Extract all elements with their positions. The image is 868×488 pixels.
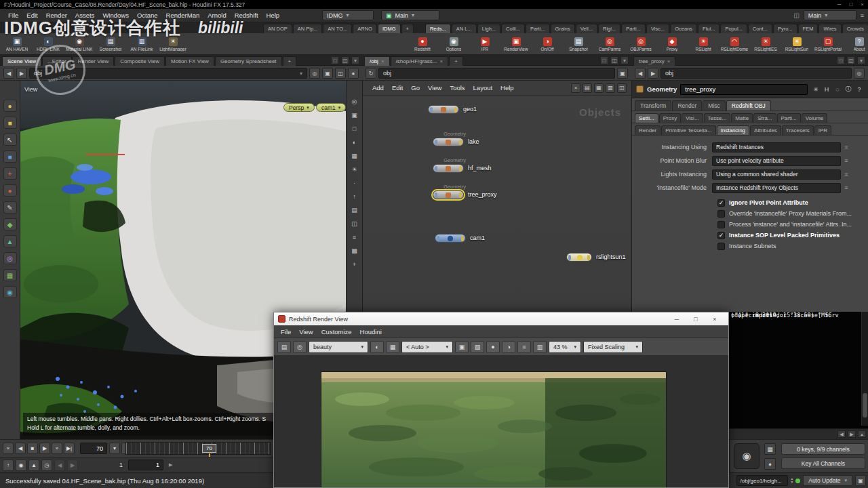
node-flag-right[interactable] bbox=[459, 192, 462, 198]
menubar-options-icon[interactable]: ≡ bbox=[861, 12, 864, 19]
right-desktop-select[interactable]: Main▾ bbox=[804, 10, 856, 20]
shelf-tab[interactable]: Popul... bbox=[720, 24, 747, 33]
pane-tab[interactable]: /obj× bbox=[364, 56, 390, 66]
shelf-tab[interactable]: Ligh... bbox=[477, 24, 500, 33]
scaling-select[interactable]: Fixed Scaling▾ bbox=[583, 341, 643, 353]
range-limit-icon[interactable]: ▲ bbox=[28, 460, 39, 471]
split-ab-button[interactable]: ◑ bbox=[502, 341, 515, 353]
menu-item[interactable]: Houdini bbox=[356, 327, 386, 337]
play-back-button[interactable]: ◀ bbox=[15, 443, 26, 454]
view-menu-label[interactable]: View bbox=[24, 86, 37, 93]
window-close-button[interactable]: × bbox=[861, 1, 864, 7]
param-tab[interactable]: Transform bbox=[635, 100, 671, 110]
node-body[interactable] bbox=[428, 105, 459, 114]
param-subsubtab[interactable]: Primitive Tessella... bbox=[661, 125, 715, 135]
gear-icon[interactable]: ✳ bbox=[811, 85, 821, 94]
pane-maximize-icon[interactable]: □ bbox=[331, 56, 339, 64]
houdini-help-icon[interactable]: H bbox=[822, 85, 831, 94]
grid-icon[interactable]: ◫ bbox=[335, 68, 346, 79]
parameter-dropdown[interactable]: Redshift Instances bbox=[712, 142, 841, 152]
handles-display-icon[interactable]: + bbox=[349, 260, 360, 269]
shelf-tab[interactable]: FEM bbox=[798, 24, 818, 33]
jump-end-button[interactable]: » bbox=[52, 443, 62, 454]
shelf-tab[interactable]: Vell... bbox=[576, 24, 597, 33]
rsrv-close-button[interactable]: × bbox=[705, 316, 724, 323]
node-body[interactable] bbox=[435, 234, 466, 243]
pin-icon[interactable]: ◎ bbox=[854, 68, 865, 79]
menu-item[interactable]: Help bbox=[496, 83, 518, 93]
pin-view-icon[interactable]: ◎ bbox=[349, 97, 360, 106]
shelf-tab[interactable]: Flui... bbox=[698, 24, 719, 33]
shelf-tool-snapshot[interactable]: ▤ Snapshot bbox=[563, 33, 594, 55]
menu-item[interactable]: View bbox=[424, 83, 446, 93]
secure-selection-icon[interactable]: ■ bbox=[3, 150, 17, 163]
redshift-render-view-window[interactable]: Redshift Render View ─ □ × FileViewCusto… bbox=[273, 312, 729, 488]
parameter-dropdown[interactable]: Using a common shared shader bbox=[712, 169, 841, 180]
param-subtab[interactable]: Setti... bbox=[635, 113, 658, 123]
paint-tool-icon[interactable]: ◆ bbox=[3, 218, 17, 230]
param-subtab[interactable]: Parti... bbox=[777, 113, 801, 123]
compare-button[interactable]: ◐ bbox=[370, 341, 384, 353]
pane-tab[interactable]: +× bbox=[449, 56, 463, 66]
param-subsubtab[interactable]: Attributes bbox=[750, 125, 781, 135]
param-tab[interactable]: Redshift OBJ bbox=[726, 100, 771, 110]
scroll-right-icon[interactable]: ▶ bbox=[848, 430, 856, 438]
edit-tool-icon[interactable]: ✎ bbox=[3, 201, 17, 214]
export-range-icon[interactable]: ↑ bbox=[3, 460, 14, 471]
history-back-icon[interactable]: ◀ bbox=[635, 68, 646, 79]
rsrv-canvas[interactable] bbox=[274, 356, 728, 487]
shelf-tab[interactable]: Wires bbox=[818, 24, 841, 33]
persp-view-button[interactable]: Persp▾ bbox=[283, 103, 315, 112]
shelf-tab[interactable]: Grains bbox=[551, 24, 575, 33]
shelf-tab[interactable]: AN DOP bbox=[263, 24, 292, 33]
pane-tab[interactable]: /shop/HF/grass...× bbox=[391, 56, 449, 66]
console-scrollbar[interactable] bbox=[861, 312, 868, 426]
shelf-tool-redshift[interactable]: ● Redshift bbox=[407, 33, 438, 55]
dot-button[interactable]: ● bbox=[486, 341, 500, 353]
shelf-tab[interactable]: AN Pip... bbox=[293, 24, 323, 33]
checkbox[interactable]: ✓ bbox=[717, 232, 725, 239]
node-flag-left[interactable] bbox=[435, 192, 437, 198]
node-tree-proxy[interactable]: Geometry tree_proxy bbox=[433, 190, 534, 201]
save-image-button[interactable]: ▤ bbox=[277, 341, 291, 353]
checkbox[interactable]: ✓ bbox=[717, 199, 725, 207]
shelf-tab[interactable]: Pyro... bbox=[773, 24, 797, 33]
history-back-icon[interactable]: ◀ bbox=[3, 68, 14, 79]
next-key-icon[interactable]: ▶ bbox=[67, 460, 78, 471]
rsrv-titlebar[interactable]: Redshift Render View ─ □ × bbox=[274, 312, 728, 325]
pane-tab[interactable]: Geometry Spreadsheet× bbox=[215, 56, 282, 66]
update-options-icon[interactable]: ▣ bbox=[855, 475, 866, 486]
pin-icon[interactable]: ◎ bbox=[309, 68, 320, 79]
shelf-tool-proxy[interactable]: ◆ Proxy bbox=[656, 33, 688, 55]
shading-mode-icon[interactable]: ◐ bbox=[349, 138, 360, 147]
pane-maximize-icon[interactable]: □ bbox=[600, 56, 608, 64]
network-grid-icon[interactable]: ▦ bbox=[594, 83, 604, 93]
node-body[interactable] bbox=[433, 190, 464, 199]
frame-step-back-icon[interactable]: ▾ bbox=[109, 443, 120, 454]
pane-maximize-icon[interactable]: □ bbox=[837, 56, 845, 64]
clock-icon[interactable]: ◷ bbox=[41, 460, 52, 471]
shelf-tool-rslightsun[interactable]: ☀ RSLightSun bbox=[781, 33, 812, 55]
param-subsubtab[interactable]: Render bbox=[635, 125, 660, 135]
shelf-tool-options[interactable]: ◉ Options bbox=[438, 33, 469, 55]
scroll-up-icon[interactable]: ▴ bbox=[858, 430, 866, 438]
checkbox[interactable]: ✓ bbox=[717, 221, 725, 228]
shelf-tool-ipr[interactable]: ▶ IPR bbox=[469, 33, 500, 55]
scroll-left-icon[interactable]: ◀ bbox=[837, 430, 846, 438]
rsrv-minimize-button[interactable]: ─ bbox=[667, 316, 686, 323]
prev-key-icon[interactable]: ◀ bbox=[54, 460, 65, 471]
params-path-field[interactable]: obj bbox=[660, 68, 852, 79]
node-rslightsun1[interactable]: rslightsun1 bbox=[566, 253, 632, 263]
shade-icon[interactable]: ● bbox=[348, 68, 359, 79]
shelf-tool-camparms[interactable]: ◎ CamParms bbox=[594, 33, 625, 55]
pane-split-icon[interactable]: ◫ bbox=[341, 56, 349, 64]
parameter-menu-icon[interactable]: ≡ bbox=[841, 157, 852, 164]
filter-button[interactable]: ▥ bbox=[533, 341, 547, 353]
pane-tab[interactable]: Composite View× bbox=[115, 56, 165, 66]
stop-button[interactable]: ■ bbox=[27, 443, 38, 454]
node-flag-right[interactable] bbox=[459, 166, 462, 171]
match-channels-icon[interactable]: ▦ bbox=[764, 443, 776, 455]
shelf-tab[interactable]: Colli... bbox=[501, 24, 525, 33]
pane-menu-icon[interactable]: ▾ bbox=[620, 56, 629, 64]
param-tab[interactable]: Render bbox=[672, 100, 702, 110]
